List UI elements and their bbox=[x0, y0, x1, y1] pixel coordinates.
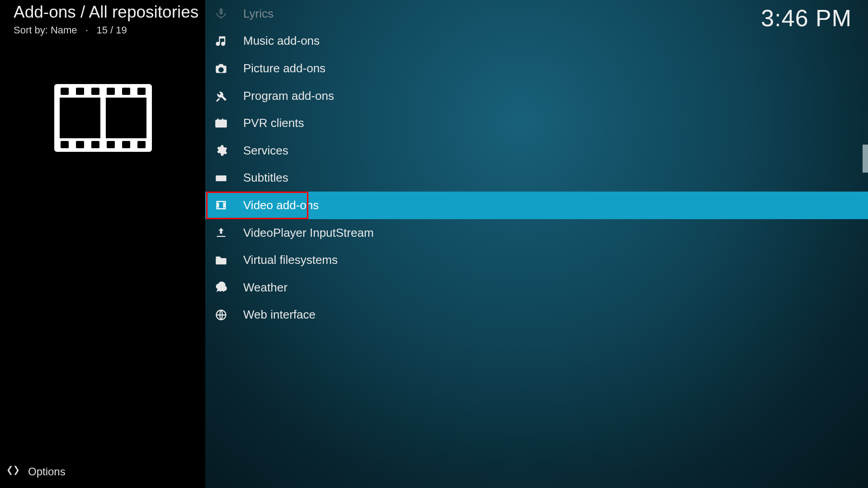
svg-rect-12 bbox=[107, 141, 115, 148]
separator-dot: · bbox=[80, 24, 94, 36]
list-item-label: PVR clients bbox=[243, 116, 304, 130]
svg-rect-8 bbox=[137, 88, 146, 95]
list-item-label: Virtual filesystems bbox=[243, 253, 338, 267]
options-icon bbox=[6, 464, 20, 480]
list-item[interactable]: VideoPlayer InputStream bbox=[205, 219, 868, 247]
list-item[interactable]: Weather bbox=[205, 274, 868, 301]
list-item[interactable]: Virtual filesystems bbox=[205, 246, 868, 274]
gear-icon bbox=[214, 144, 228, 157]
options-label: Options bbox=[28, 465, 66, 478]
film-icon bbox=[214, 198, 228, 212]
list-position: 15 / 19 bbox=[96, 24, 127, 36]
list-item-label: Weather bbox=[243, 281, 288, 295]
sidebar: Add-ons / All repositories Sort by: Name… bbox=[0, 0, 205, 488]
keyboard-icon bbox=[214, 171, 228, 185]
list-item[interactable]: Lyrics bbox=[205, 0, 868, 28]
svg-rect-1 bbox=[60, 98, 100, 138]
folder-icon bbox=[214, 253, 228, 267]
list-item-label: Video add-ons bbox=[243, 198, 319, 212]
list-item-label: Services bbox=[243, 144, 288, 158]
tools-icon bbox=[214, 89, 228, 103]
category-film-icon bbox=[54, 84, 152, 152]
svg-rect-2 bbox=[106, 98, 146, 138]
breadcrumb: Add-ons / All repositories bbox=[14, 3, 198, 22]
options-button[interactable]: Options bbox=[6, 464, 66, 480]
list-item-label: Subtitles bbox=[243, 171, 288, 185]
list-item-label: Web interface bbox=[243, 308, 316, 322]
svg-rect-4 bbox=[76, 88, 84, 95]
list-item[interactable]: PVR clients bbox=[205, 109, 868, 137]
weather-icon bbox=[214, 281, 228, 294]
svg-rect-6 bbox=[107, 88, 115, 95]
addon-category-list: LyricsMusic add-onsPicture add-onsProgra… bbox=[205, 0, 868, 488]
svg-rect-5 bbox=[91, 88, 99, 95]
globe-icon bbox=[214, 308, 228, 322]
sort-label: Sort by: Name bbox=[14, 24, 77, 36]
scrollbar-thumb[interactable] bbox=[863, 145, 868, 173]
list-item[interactable]: Services bbox=[205, 137, 868, 164]
svg-rect-7 bbox=[122, 88, 130, 95]
sort-position-line: Sort by: Name · 15 / 19 bbox=[14, 24, 127, 36]
svg-rect-10 bbox=[76, 141, 84, 148]
svg-rect-3 bbox=[61, 88, 69, 95]
list-item-label: Picture add-ons bbox=[243, 61, 326, 75]
list-item[interactable]: Picture add-ons bbox=[205, 55, 868, 82]
list-item[interactable]: Subtitles bbox=[205, 164, 868, 192]
list-item[interactable]: Web interface bbox=[205, 301, 868, 329]
tv-icon bbox=[214, 117, 228, 130]
music-icon bbox=[214, 34, 228, 48]
microphone-icon bbox=[214, 7, 228, 20]
list-item-label: Music add-ons bbox=[243, 34, 320, 48]
upload-icon bbox=[214, 226, 228, 239]
svg-rect-11 bbox=[91, 141, 99, 148]
list-item-label: Program add-ons bbox=[243, 89, 334, 103]
camera-icon bbox=[214, 61, 228, 75]
list-item[interactable]: Program add-ons bbox=[205, 82, 868, 110]
svg-rect-14 bbox=[137, 141, 146, 148]
list-item[interactable]: Music add-ons bbox=[205, 28, 868, 55]
list-item-label: VideoPlayer InputStream bbox=[243, 226, 374, 240]
svg-rect-13 bbox=[122, 141, 130, 148]
svg-rect-9 bbox=[61, 141, 69, 148]
list-item[interactable]: Video add-ons bbox=[205, 192, 868, 219]
list-item-label: Lyrics bbox=[243, 7, 274, 21]
